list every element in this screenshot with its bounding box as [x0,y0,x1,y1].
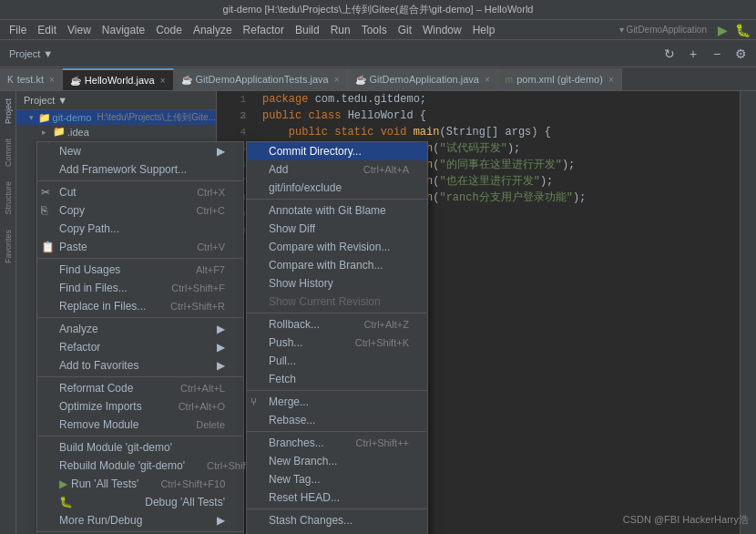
git-item-new-branch[interactable]: New Branch... [247,452,427,470]
ctx-label-remove-module: Remove Module [59,418,138,431]
ctx-item-reformat[interactable]: Reformat Code Ctrl+Alt+L [37,379,243,397]
tab-helloworld[interactable]: ☕ HelloWorld.java × [63,68,174,90]
tab-close-gitdemoapplication[interactable]: × [485,75,490,85]
sidebar-title: Project ▼ [24,95,67,106]
tree-label-gitdemo-path: H:\tedu\Projects\上传到Gite... [97,111,216,124]
tab-close-test[interactable]: × [49,75,55,85]
structure-icon[interactable]: Structure [4,181,13,215]
title-text: git-demo [H:\tedu\Projects\上传到Gitee(超合并\… [223,3,534,16]
git-item-rebase[interactable]: Rebase... [247,411,427,429]
ctx-arrow-more-run: ▶ [217,514,225,527]
ctx-item-copy-path[interactable]: Copy Path... [37,220,243,238]
tab-close-helloworld[interactable]: × [160,76,166,86]
git-item-annotate[interactable]: Annotate with Git Blame [247,201,427,220]
ctx-item-replace-files[interactable]: Replace in Files... Ctrl+Shift+R [37,297,243,315]
run-config-selector[interactable]: ▾ GitDemoApplication [614,23,712,36]
menu-file[interactable]: File [4,22,32,38]
tab-icon-pom: m [506,75,513,85]
git-item-fetch[interactable]: Fetch [247,370,427,388]
git-item-stash[interactable]: Stash Changes... [247,511,427,529]
menu-refactor[interactable]: Refactor [238,22,290,38]
tab-gitdemoapplication[interactable]: ☕ GitDemoApplication.java × [348,68,498,90]
ctx-item-build-module[interactable]: Build Module 'git-demo' [37,438,243,457]
git-item-branches[interactable]: Branches... Ctrl+Shift++ [247,434,427,452]
project-icon[interactable]: Project [4,98,13,124]
tabs-bar: K test.kt × ☕ HelloWorld.java × ☕ GitDem… [0,67,756,91]
git-item-pull[interactable]: Pull... [247,352,427,370]
git-item-commit-dir[interactable]: Commit Directory... [247,142,427,160]
menu-code[interactable]: Code [150,22,188,38]
menu-help[interactable]: Help [467,22,501,38]
git-item-show-history[interactable]: Show History [247,274,427,293]
git-item-compare-branch[interactable]: Compare with Branch... [247,256,427,274]
menu-view[interactable]: View [62,22,97,38]
tab-gitdemotests[interactable]: ☕ GitDemoApplicationTests.java × [174,68,348,90]
tree-item-idea[interactable]: ▸ 📁 .idea [16,125,216,139]
tab-close-pom[interactable]: × [608,75,614,85]
ctx-item-paste[interactable]: 📋 Paste Ctrl+V [37,238,243,256]
git-item-unstash[interactable]: UnStash Changes... [247,529,427,534]
git-label-rebase: Rebase... [269,414,315,426]
ctx-label-cut: Cut [59,186,77,199]
ctx-shortcut-replace-files: Ctrl+Shift+R [170,301,225,312]
git-item-compare-revision[interactable]: Compare with Revision... [247,238,427,256]
toolbar-sync[interactable]: ↻ [659,44,679,64]
ctx-sep-4 [37,376,243,377]
menu-tools[interactable]: Tools [356,22,393,38]
code-line-4: 4 public static void main(String[] args)… [217,124,740,140]
git-item-new-tag[interactable]: New Tag... [247,470,427,488]
menu-window[interactable]: Window [417,22,467,38]
ctx-item-cut[interactable]: ✂ Cut Ctrl+X [37,183,243,201]
git-item-push[interactable]: Push... Ctrl+Shift+K [247,334,427,352]
git-item-add[interactable]: Add Ctrl+Alt+A [247,160,427,179]
menu-git[interactable]: Git [393,22,417,38]
menu-bar: File Edit View Navigate Code Analyze Ref… [0,20,756,40]
ctx-item-find-usages[interactable]: Find Usages Alt+F7 [37,261,243,279]
toolbar-minus[interactable]: − [707,44,727,64]
ctx-item-copy[interactable]: ⎘ Copy Ctrl+C [37,201,243,220]
project-label[interactable]: Project ▼ [9,48,53,59]
ctx-item-more-run[interactable]: More Run/Debug ▶ [37,511,243,529]
ctx-item-optimize[interactable]: Optimize Imports Ctrl+Alt+O [37,397,243,416]
tab-test-kt[interactable]: K test.kt × [0,68,63,90]
ctx-item-run-tests[interactable]: ▶ Run 'All Tests' Ctrl+Shift+F10 [37,475,243,493]
debug-button[interactable]: 🐛 [732,20,752,40]
git-item-rollback[interactable]: Rollback... Ctrl+Alt+Z [247,315,427,334]
primary-context-menu[interactable]: New ▶ Add Framework Support... ✂ Cut Ctr… [36,141,244,534]
ctx-item-debug-tests[interactable]: 🐛 Debug 'All Tests' [37,493,243,511]
ctx-arrow-favorites: ▶ [217,359,225,372]
ctx-item-rebuild-module[interactable]: Rebuild Module 'git-demo' Ctrl+Shift+F9 [37,457,243,475]
git-item-gitinfo[interactable]: git/info/exclude [247,179,427,197]
ctx-item-remove-module[interactable]: Remove Module Delete [37,416,243,434]
git-sep-2 [247,313,427,313]
menu-run[interactable]: Run [325,22,356,38]
ctx-item-add-framework[interactable]: Add Framework Support... [37,160,243,179]
ctx-item-refactor[interactable]: Refactor ▶ [37,338,243,356]
menu-build[interactable]: Build [290,22,325,38]
git-item-merge[interactable]: ⑂ Merge... [247,393,427,411]
git-submenu[interactable]: Commit Directory... Add Ctrl+Alt+A git/i… [246,141,428,534]
menu-analyze[interactable]: Analyze [188,22,238,38]
ctx-item-new[interactable]: New ▶ [37,142,243,160]
ctx-label-paste: Paste [59,241,87,253]
run-button[interactable]: ▶ [712,20,732,40]
ctx-item-add-favorites[interactable]: Add to Favorites ▶ [37,356,243,375]
paste-icon: 📋 [41,241,55,253]
git-sep-4 [247,431,427,432]
tab-pom[interactable]: m pom.xml (git-demo) × [498,68,622,90]
ctx-label-add-favorites: Add to Favorites [59,359,138,372]
favorites-icon[interactable]: Favorites [4,230,13,263]
tab-close-gitdemotests[interactable]: × [334,75,340,85]
menu-edit[interactable]: Edit [32,22,62,38]
git-item-show-diff[interactable]: Show Diff [247,220,427,238]
toolbar-add[interactable]: + [683,44,703,64]
tree-item-gitdemo[interactable]: ▾ 📁 git-demo H:\tedu\Projects\上传到Gite... [16,110,216,125]
commit-icon[interactable]: Commit [4,139,13,167]
ctx-item-find-files[interactable]: Find in Files... Ctrl+Shift+F [37,279,243,297]
ctx-item-analyze[interactable]: Analyze ▶ [37,320,243,338]
tab-label-test: test.kt [17,74,44,85]
toolbar-settings[interactable]: ⚙ [730,44,751,64]
menu-navigate[interactable]: Navigate [97,22,150,38]
git-item-reset-head[interactable]: Reset HEAD... [247,488,427,507]
git-label-new-tag: New Tag... [269,473,320,486]
